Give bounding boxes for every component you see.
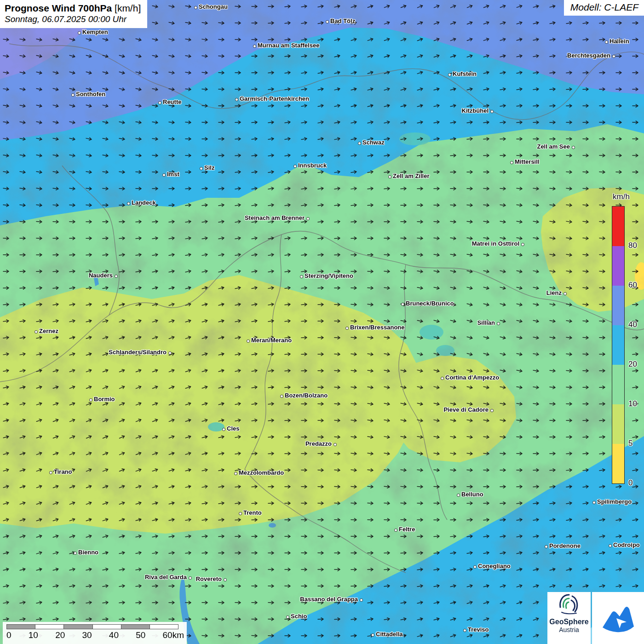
city-label: Sterzing/Vipiteno <box>305 272 353 279</box>
city-label: Zell am Ziller <box>393 172 429 179</box>
scalebar-labels: 0102030405060km <box>6 630 184 640</box>
city-label: Cles <box>227 425 239 432</box>
geosphere-country: Austria <box>547 626 591 633</box>
city-marker <box>394 529 397 532</box>
city-label: Sillian <box>477 319 495 326</box>
scalebar-label: 20 <box>55 630 65 640</box>
city-label: Kufstein <box>453 70 477 77</box>
title-panel: Prognose Wind 700hPa [km/h] Sonntag, 06.… <box>0 0 147 28</box>
city-label: Belluno <box>461 491 483 498</box>
city-marker <box>247 339 250 343</box>
city-label: Cittadella <box>376 631 403 638</box>
city-marker <box>401 303 404 306</box>
city-label: Lienz <box>546 289 562 296</box>
city-marker <box>521 243 524 246</box>
legend-tick-label: 10 <box>628 399 637 408</box>
city-label: Mezzolombardo <box>239 469 284 476</box>
geosphere-logo: GeoSphere Austria <box>547 592 591 644</box>
legend-tick-label: 60 <box>628 281 637 290</box>
city-marker <box>222 428 225 431</box>
city-label: Murnau am Staffelsee <box>258 42 319 49</box>
legend: km/h 806040201050 <box>611 192 644 491</box>
city-label: Schongau <box>199 3 228 10</box>
legend-segment <box>612 325 624 365</box>
legend-segment <box>612 207 624 246</box>
city-label: Pieve di Cadore <box>443 406 489 413</box>
city-marker <box>572 146 575 149</box>
legend-segment <box>612 365 624 404</box>
scalebar: 0102030405060km <box>3 622 187 644</box>
model-panel: Modell: C-LAEF <box>564 0 644 16</box>
city-marker <box>564 292 567 295</box>
scalebar-label: 10 <box>29 630 38 640</box>
city-label: Bad Tölz <box>330 17 355 24</box>
city-label: Conegliano <box>478 563 511 569</box>
city-label: Matrei in Osttirol <box>472 240 519 247</box>
city-marker <box>224 578 227 581</box>
city-marker <box>49 471 52 474</box>
city-label: Brixen/Bressanone <box>350 324 405 331</box>
city-label: Innsbruck <box>298 162 327 169</box>
map-title-unit: [km/h] <box>115 3 141 13</box>
legend-tick-label: 20 <box>628 360 637 369</box>
city-label: Pordenone <box>549 542 581 549</box>
city-marker <box>358 142 361 145</box>
city-label: Nauders <box>89 272 113 279</box>
city-marker <box>300 275 303 278</box>
city-label: Rovereto <box>196 575 222 582</box>
city-marker <box>473 565 477 569</box>
city-label: Schwaz <box>362 139 385 146</box>
scalebar-label: 30 <box>82 630 92 640</box>
geosphere-name: GeoSphere <box>547 618 591 626</box>
city-marker <box>448 73 451 76</box>
legend-tick-label: 5 <box>628 439 632 448</box>
scalebar-segment <box>150 625 178 629</box>
city-marker <box>490 409 494 412</box>
scalebar-label: 50 <box>136 630 145 640</box>
city-marker <box>609 544 612 547</box>
city-marker <box>441 377 444 380</box>
city-label: Bienno <box>78 549 98 556</box>
city-label: Predazzo <box>305 440 332 447</box>
legend-tick-label: 0 <box>628 478 632 488</box>
scalebar-label: 60km <box>163 630 184 640</box>
city-marker <box>168 351 172 355</box>
city-label: Feltre <box>399 526 415 533</box>
city-marker <box>89 398 92 402</box>
city-marker <box>345 327 349 330</box>
city-marker <box>463 629 466 632</box>
scalebar-segment <box>35 625 64 629</box>
city-label: Meran/Merano <box>251 337 292 344</box>
city-marker <box>326 20 329 23</box>
city-label: Imst <box>167 171 179 178</box>
city-marker <box>334 443 337 446</box>
city-marker <box>457 494 460 497</box>
city-marker <box>605 40 608 44</box>
city-marker <box>239 512 242 515</box>
city-label: Steinach am Brenner <box>245 214 305 221</box>
city-marker <box>194 6 197 9</box>
city-label: Kitzbühel <box>462 107 489 114</box>
scalebar-segment <box>121 625 150 629</box>
mountain-arrow-icon <box>598 598 638 638</box>
model-label: Modell: C-LAEF <box>570 2 638 12</box>
legend-segment <box>612 404 624 444</box>
city-marker <box>612 55 615 58</box>
city-marker <box>74 552 77 555</box>
map-title: Prognose Wind 700hPa <box>5 3 112 13</box>
city-marker <box>360 598 363 602</box>
city-label: Riva del Garda <box>145 574 187 581</box>
city-marker <box>235 98 238 101</box>
city-marker <box>280 395 283 398</box>
legend-segment <box>612 286 624 325</box>
scalebar-bar <box>6 624 178 629</box>
legend-segment <box>612 246 624 286</box>
city-marker <box>34 330 38 334</box>
map-subtitle: Sonntag, 06.07.2025 00:00 Uhr <box>5 14 141 25</box>
city-label: Codroipo <box>613 541 640 548</box>
city-label: Bormio <box>94 396 115 402</box>
city-marker <box>234 472 237 475</box>
city-marker <box>78 31 81 34</box>
legend-colorbar <box>612 206 625 484</box>
city-label: Tirano <box>54 468 72 475</box>
